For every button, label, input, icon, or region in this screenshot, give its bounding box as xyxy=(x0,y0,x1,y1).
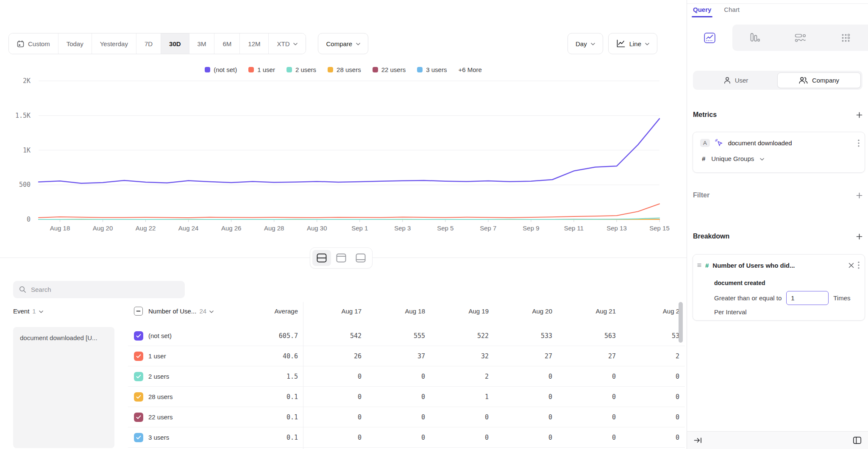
condition-label[interactable]: Greater than or equal to xyxy=(714,294,782,302)
date-column-header: Aug 21 xyxy=(552,308,616,315)
drag-handle-icon[interactable] xyxy=(697,263,701,267)
row-value: 522 xyxy=(425,332,489,340)
row-label: 22 users xyxy=(148,413,229,421)
tab-bar-chart[interactable] xyxy=(732,25,778,51)
scope-company[interactable]: Company xyxy=(777,72,861,88)
range-xtd[interactable]: XTD xyxy=(269,33,306,54)
row-value: 1 xyxy=(425,393,489,401)
range-30d[interactable]: 30D xyxy=(161,33,189,54)
tab-flow[interactable] xyxy=(778,25,823,51)
chevron-down-icon xyxy=(39,310,43,313)
row-value: 0 xyxy=(489,413,552,421)
breakdown-event-name[interactable]: document created xyxy=(714,280,765,286)
scope-user[interactable]: User xyxy=(695,72,777,88)
table-search[interactable] xyxy=(13,281,185,298)
row-value: 2 xyxy=(616,352,679,360)
close-icon[interactable] xyxy=(849,263,854,268)
range-7d[interactable]: 7D xyxy=(136,33,161,54)
row-label: 1 user xyxy=(148,352,229,360)
select-all-checkbox[interactable] xyxy=(134,307,143,316)
row-checkbox[interactable] xyxy=(134,352,143,361)
search-input[interactable] xyxy=(31,286,179,293)
metric-event-name[interactable]: document downloaded xyxy=(728,139,792,147)
row-value: 563 xyxy=(552,332,616,340)
add-metric-button[interactable] xyxy=(856,112,862,118)
range-12m[interactable]: 12M xyxy=(240,33,269,54)
per-interval-label[interactable]: Per Interval xyxy=(714,308,747,316)
row-label: (not set) xyxy=(148,332,229,339)
row-checkbox[interactable] xyxy=(134,433,143,442)
svg-text:Sep 1: Sep 1 xyxy=(351,224,368,232)
chart-type-button[interactable]: Line xyxy=(608,33,657,54)
breakdown-condition-row: Greater than or equal to Times xyxy=(714,291,861,305)
range-today[interactable]: Today xyxy=(58,33,92,54)
row-checkbox[interactable] xyxy=(134,392,143,402)
layout-bottom-band-button[interactable] xyxy=(351,250,370,266)
kebab-menu-icon[interactable] xyxy=(858,139,860,147)
breakdown-section-header: Breakdown xyxy=(693,233,862,240)
breakdown-title[interactable]: Number of Users who did... xyxy=(712,262,845,269)
row-value: 26 xyxy=(298,352,362,360)
tab-line-chart[interactable] xyxy=(687,25,732,51)
header-checkbox-cell xyxy=(128,307,148,316)
kebab-menu-icon[interactable] xyxy=(858,261,860,269)
svg-text:Aug 20: Aug 20 xyxy=(93,224,113,232)
bottom-band-icon xyxy=(356,253,366,263)
table-body: (not set)605.7542555522533563531 user40.… xyxy=(128,326,685,448)
tab-more-charts[interactable] xyxy=(823,25,868,51)
range-6m[interactable]: 6M xyxy=(214,33,240,54)
range-3m[interactable]: 3M xyxy=(189,33,215,54)
panel-footer xyxy=(687,431,868,449)
range-yesterday[interactable]: Yesterday xyxy=(92,33,136,54)
line-chart-box-icon xyxy=(704,33,715,43)
table-row: 2 users1.5002000 xyxy=(128,366,685,387)
filter-section-header: Filter xyxy=(693,191,862,199)
tab-chart[interactable]: Chart xyxy=(724,6,740,17)
row-value: 32 xyxy=(425,352,489,360)
row-average: 40.6 xyxy=(229,352,298,360)
row-value: 0 xyxy=(298,373,362,380)
event-name-cell[interactable]: document downloaded [U... xyxy=(13,327,114,448)
svg-text:Sep 11: Sep 11 xyxy=(564,224,584,232)
row-value: 0 xyxy=(298,434,362,441)
layout-top-band-button[interactable] xyxy=(332,250,351,266)
condition-value-input[interactable] xyxy=(786,291,829,305)
breakdown-card[interactable]: # Number of Users who did... document cr… xyxy=(693,254,865,321)
measure-selector[interactable]: # Unique Groups xyxy=(702,155,764,162)
sidebar-toggle-icon[interactable] xyxy=(853,436,862,445)
row-average: 0.1 xyxy=(229,434,298,441)
svg-text:Aug 22: Aug 22 xyxy=(136,224,156,232)
row-average: 605.7 xyxy=(229,332,298,340)
add-filter-button[interactable] xyxy=(856,192,862,199)
hash-icon: # xyxy=(705,262,709,269)
row-value: 0 xyxy=(425,413,489,421)
add-breakdown-button[interactable] xyxy=(856,233,862,240)
compare-label: Compare xyxy=(326,40,352,47)
date-column-header: Aug 18 xyxy=(362,308,425,315)
date-column-header: Aug 2 xyxy=(616,308,679,315)
tab-query[interactable]: Query xyxy=(693,6,711,17)
metric-card[interactable]: A document downloaded # Unique Groups xyxy=(693,132,865,173)
event-column-header[interactable]: Event 1 xyxy=(13,302,43,320)
compare-button[interactable]: Compare xyxy=(318,33,368,54)
person-icon xyxy=(724,77,731,84)
svg-text:2K: 2K xyxy=(23,77,31,85)
svg-text:Aug 30: Aug 30 xyxy=(307,224,327,232)
line-chart[interactable]: 05001K1.5K2KAug 18Aug 20Aug 22Aug 24Aug … xyxy=(0,59,687,237)
row-checkbox[interactable] xyxy=(134,413,143,422)
series-column-header[interactable]: Number of Use... 24 xyxy=(148,308,229,315)
event-cursor-icon xyxy=(715,139,723,147)
interval-button[interactable]: Day xyxy=(568,33,603,54)
svg-text:Sep 13: Sep 13 xyxy=(606,224,627,232)
row-checkbox[interactable] xyxy=(134,331,143,341)
row-checkbox[interactable] xyxy=(134,372,143,381)
row-average: 1.5 xyxy=(229,373,298,380)
flow-icon xyxy=(795,33,806,42)
layout-split-rows-button[interactable] xyxy=(312,250,331,266)
scope-company-label: Company xyxy=(812,77,839,84)
breakdown-heading: Breakdown xyxy=(693,233,729,240)
range-custom[interactable]: Custom xyxy=(9,33,58,54)
table-scrollbar[interactable] xyxy=(679,302,683,343)
collapse-panel-icon[interactable] xyxy=(694,437,702,443)
row-value: 0 xyxy=(489,373,552,380)
